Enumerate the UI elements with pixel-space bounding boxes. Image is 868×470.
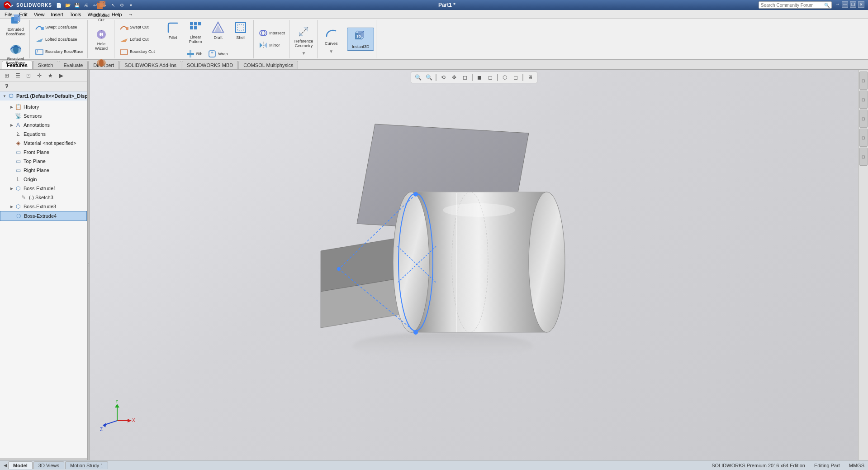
tab-sketch[interactable]: Sketch — [33, 61, 58, 69]
vp-display-style[interactable]: ◼ — [474, 73, 484, 82]
svg-text:3D: 3D — [356, 34, 361, 38]
fillet-btn[interactable]: Fillet — [162, 19, 184, 46]
tree-item-front-plane[interactable]: ▶ ▭ Front Plane — [0, 148, 87, 157]
menu-insert[interactable]: Insert — [48, 11, 66, 18]
tree-item-boss-extrude1[interactable]: ▶ ⬡ Boss-Extrude1 — [0, 184, 87, 193]
panel-btn-add[interactable]: ✛ — [34, 71, 44, 80]
close-btn[interactable]: ✕ — [858, 1, 864, 8]
wrap-btn[interactable]: Wrap — [205, 48, 230, 60]
lofted-boss-btn[interactable]: Lofted Boss/Base — [33, 34, 85, 45]
vp-section[interactable]: ◻ — [460, 73, 470, 82]
tab-3d-views[interactable]: 3D Views — [33, 461, 64, 469]
ref-geometry-label: ReferenceGeometry — [294, 39, 313, 48]
tree-item-sensors[interactable]: ▶ 📡 Sensors — [0, 111, 87, 120]
maximize-btn[interactable]: ❐ — [850, 1, 856, 8]
right-btn-3[interactable]: ◻ — [859, 110, 868, 128]
vp-zoom-in[interactable]: 🔍 — [413, 73, 423, 82]
extruded-cut-btn[interactable]: ExtrudedCut — [90, 0, 112, 24]
tab-model[interactable]: Model — [8, 461, 33, 469]
shell-btn[interactable]: Shell — [230, 19, 251, 46]
panel-btn-star[interactable]: ★ — [45, 71, 55, 80]
lofted-cut-btn[interactable]: Lofted Cut — [117, 34, 157, 45]
feature-tree: ▶ 📋 History ▶ 📡 Sensors ▶ A Annotations … — [0, 101, 87, 460]
rib-btn[interactable]: Rib — [184, 48, 205, 60]
swept-boss-btn[interactable]: Swept Boss/Base — [33, 21, 85, 33]
right-btn-2[interactable]: ◻ — [859, 91, 868, 109]
tree-item-boss-extrude4[interactable]: ▶ ⬡ Boss-Extrude4 — [0, 211, 87, 221]
search-bar[interactable]: 🔍 — [759, 1, 832, 9]
vp-scene[interactable]: ⬡ — [500, 73, 510, 82]
new-btn[interactable]: 📄 — [55, 1, 63, 9]
search-input[interactable] — [761, 3, 824, 8]
tree-item-annotations[interactable]: ▶ A Annotations — [0, 120, 87, 129]
viewport[interactable]: 🔍 🔍 ⟲ ✥ ◻ ◼ ◻ ⬡ ◻ 🖥 — [90, 70, 858, 460]
scroll-left-btn[interactable]: ◀ — [4, 463, 7, 468]
tab-comsol[interactable]: COMSOL Multiphysics — [238, 61, 298, 69]
right-btn-1[interactable]: ◻ — [859, 72, 868, 90]
draft-btn[interactable]: Draft — [207, 19, 229, 46]
minimize-btn[interactable]: — — [842, 1, 848, 8]
swept-cut-icon — [119, 23, 128, 32]
material-label: Material <not specified> — [24, 140, 76, 146]
main-toolbar: ExtrudedBoss/Base RevolvedBoss/Base Swep… — [0, 19, 868, 60]
add-btn[interactable]: ▾ — [127, 1, 135, 9]
tab-motion-study[interactable]: Motion Study 1 — [65, 461, 108, 469]
instant3d-btn[interactable]: 3D Instant3D — [347, 28, 374, 51]
tree-item-sketch3[interactable]: ▶ ✎ (-) Sketch3 — [0, 193, 87, 202]
options-btn[interactable]: ⚙ — [118, 1, 126, 9]
tab-solidworks-addins[interactable]: SOLIDWORKS Add-Ins — [119, 61, 181, 69]
panel-resize-handle[interactable] — [0, 458, 87, 460]
vp-pan[interactable]: ✥ — [449, 73, 459, 82]
vp-appearance[interactable]: ◻ — [485, 73, 495, 82]
panel-btn-list[interactable]: ☰ — [13, 71, 23, 80]
search-icon[interactable]: 🔍 — [824, 3, 830, 8]
tree-item-boss-extrude3[interactable]: ▶ ⬡ Boss-Extrude3 — [0, 202, 87, 211]
help-arrow[interactable]: → — [835, 1, 840, 9]
menu-arrow[interactable]: → — [125, 11, 136, 18]
tab-evaluate[interactable]: Evaluate — [59, 61, 88, 69]
panel-btn-grid[interactable]: ⊡ — [24, 71, 33, 80]
right-btn-4[interactable]: ◻ — [859, 129, 868, 147]
vp-view-orient[interactable]: ◻ — [511, 73, 521, 82]
tree-item-origin[interactable]: ▶ L Origin — [0, 175, 87, 184]
tree-item-material[interactable]: ▶ ◈ Material <not specified> — [0, 139, 87, 148]
intersect-btn[interactable]: Intersect — [256, 27, 287, 39]
swept-boss-label: Swept Boss/Base — [45, 25, 77, 29]
svg-rect-25 — [194, 22, 197, 25]
vp-display[interactable]: 🖥 — [525, 73, 535, 82]
print-btn[interactable]: 🖨 — [82, 1, 90, 9]
panel-btn-filter[interactable]: ▶ — [56, 71, 66, 80]
tree-item-history[interactable]: ▶ 📋 History — [0, 102, 87, 111]
swept-cut-btn[interactable]: Swept Cut — [117, 21, 157, 33]
boundary-boss-btn[interactable]: Boundary Boss/Base — [33, 46, 85, 58]
save-btn[interactable]: 💾 — [73, 1, 81, 9]
tree-root-item[interactable]: ▼ ⬡ Part1 (Default<<Default>_Display Sta… — [0, 91, 87, 101]
origin-label: Origin — [24, 177, 37, 182]
tree-item-right-plane[interactable]: ▶ ▭ Right Plane — [0, 166, 87, 175]
boundary-cut-btn[interactable]: Boundary Cut — [117, 46, 157, 58]
top-plane-icon: ▭ — [14, 158, 22, 165]
vp-zoom-out[interactable]: 🔍 — [424, 73, 434, 82]
wrap-icon — [208, 49, 217, 58]
svg-rect-8 — [41, 27, 44, 30]
open-btn[interactable]: 📂 — [64, 1, 72, 9]
hole-wizard-btn[interactable]: HoleWizard — [90, 25, 112, 53]
tree-item-equations[interactable]: ▶ Σ Equations — [0, 129, 87, 139]
hole-wizard-label: HoleWizard — [95, 42, 108, 51]
svg-marker-78 — [128, 419, 132, 422]
tab-solidworks-mbd[interactable]: SOLIDWORKS MBD — [182, 61, 238, 69]
linear-pattern-btn[interactable]: LinearPattern — [185, 19, 206, 46]
statusbar-tabs: ◀ Model 3D Views Motion Study 1 — [4, 461, 108, 469]
ref-geometry-btn[interactable]: ReferenceGeometry — [292, 23, 316, 50]
mirror-btn[interactable]: Mirror — [256, 39, 287, 51]
menu-view[interactable]: View — [31, 11, 47, 18]
vp-rotate[interactable]: ⟲ — [438, 73, 448, 82]
extruded-boss-btn[interactable]: ExtrudedBoss/Base — [4, 10, 28, 39]
menu-tools[interactable]: Tools — [67, 11, 84, 18]
right-btn-5[interactable]: ◻ — [859, 148, 868, 166]
panel-btn-layout[interactable]: ⊞ — [2, 71, 12, 80]
revolved-boss-btn[interactable]: RevolvedBoss/Base — [4, 40, 28, 68]
filter-btn[interactable]: ⊽ — [2, 82, 12, 91]
tree-item-top-plane[interactable]: ▶ ▭ Top Plane — [0, 157, 87, 166]
curves-btn[interactable]: Curves — [320, 24, 342, 48]
